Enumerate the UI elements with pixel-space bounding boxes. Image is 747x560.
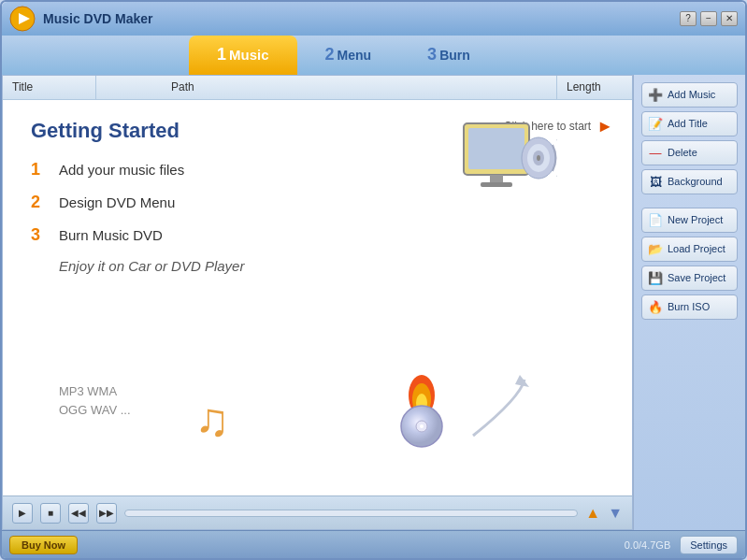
tab-music-label: Music — [229, 47, 269, 63]
load-project-icon: 📂 — [648, 242, 663, 256]
add-music-button[interactable]: ➕ Add Music — [641, 82, 738, 108]
tab-burn-label: Burn — [439, 48, 470, 63]
new-project-button[interactable]: 📄 New Project — [641, 208, 738, 233]
main-container: Title Path Length Click here to start ► … — [2, 75, 745, 530]
content-area: Title Path Length Click here to start ► … — [2, 75, 633, 530]
formats-line2: OGG WAV ... — [59, 401, 131, 421]
stop-button[interactable]: ■ — [40, 503, 61, 524]
curve-arrow-illustration — [464, 370, 539, 449]
load-project-button[interactable]: 📂 Load Project — [641, 237, 738, 262]
add-title-icon: 📝 — [648, 117, 663, 131]
formats-text: MP3 WMA OGG WAV ... — [59, 382, 131, 422]
svg-point-9 — [537, 155, 540, 161]
background-button[interactable]: 🖼 Background — [641, 169, 738, 194]
svg-rect-4 — [490, 175, 503, 182]
progress-bar[interactable] — [124, 510, 578, 517]
close-button[interactable]: ✕ — [721, 11, 738, 26]
title-bar: Music DVD Maker ? − ✕ — [2, 2, 745, 36]
forward-button[interactable]: ▶▶ — [96, 503, 117, 524]
tab-menu-label: Menu — [338, 48, 372, 63]
step-tabs: 1 Music 2 Menu 3 Burn — [2, 36, 745, 75]
tab-burn[interactable]: 3 Burn — [399, 36, 498, 75]
buy-now-button[interactable]: Buy Now — [9, 536, 78, 554]
svg-rect-3 — [468, 128, 524, 169]
player-bar: ▶ ■ ◀◀ ▶▶ ▲ ▼ — [3, 495, 632, 529]
vol-up-icon[interactable]: ▲ — [585, 505, 600, 522]
click-arrow-icon: ► — [596, 117, 613, 136]
new-project-label: New Project — [668, 214, 723, 225]
app-logo — [9, 6, 36, 32]
minimize-button[interactable]: − — [700, 11, 717, 26]
svg-point-16 — [420, 424, 424, 428]
step-3: 3 Burn Music DVD — [31, 225, 604, 245]
add-title-button[interactable]: 📝 Add Title — [641, 111, 738, 136]
add-music-label: Add Music — [668, 89, 715, 100]
tab-music-num: 1 — [217, 45, 226, 65]
sidebar: ➕ Add Music 📝 Add Title — Delete 🖼 Backg… — [633, 75, 745, 530]
delete-button[interactable]: — Delete — [641, 140, 738, 165]
getting-started-panel: Click here to start ► Getting Started 1 … — [3, 100, 632, 495]
col-length-header: Length — [557, 76, 632, 99]
step-2-text: Design DVD Menu — [59, 194, 175, 210]
tv-illustration — [454, 119, 557, 207]
svg-text:♫: ♫ — [194, 394, 230, 445]
burn-iso-label: Burn ISO — [668, 301, 710, 312]
window-controls: ? − ✕ — [680, 11, 738, 26]
svg-marker-17 — [515, 375, 529, 387]
step-3-text: Burn Music DVD — [59, 227, 163, 243]
step-1-text: Add your music files — [59, 162, 184, 178]
settings-button[interactable]: Settings — [680, 536, 738, 554]
status-bar: Buy Now 0.0/4.7GB Settings — [2, 530, 745, 558]
tab-menu-num: 2 — [325, 45, 335, 65]
formats-line1: MP3 WMA — [59, 382, 131, 402]
app-window: Music DVD Maker ? − ✕ 1 Music 2 Menu 3 B… — [0, 0, 747, 560]
music-note-illustration: ♫ — [190, 389, 246, 449]
svg-rect-5 — [481, 182, 512, 187]
enjoy-text: Enjoy it on Car or DVD Player — [59, 258, 604, 274]
load-project-label: Load Project — [668, 243, 725, 254]
play-button[interactable]: ▶ — [12, 503, 33, 524]
background-icon: 🖼 — [648, 175, 663, 189]
burn-iso-button[interactable]: 🔥 Burn ISO — [641, 294, 738, 320]
save-project-label: Save Project — [668, 272, 725, 283]
help-button[interactable]: ? — [680, 11, 697, 26]
add-title-label: Add Title — [668, 118, 708, 129]
disk-space-info: 0.0/4.7GB — [625, 539, 671, 551]
tab-music[interactable]: 1 Music — [189, 36, 297, 75]
col-path-header: Path — [96, 76, 557, 99]
app-title: Music DVD Maker — [43, 11, 680, 26]
background-label: Background — [668, 176, 723, 187]
step-1-num: 1 — [31, 160, 50, 179]
step-3-num: 3 — [31, 225, 50, 245]
save-project-icon: 💾 — [648, 271, 663, 285]
save-project-button[interactable]: 💾 Save Project — [641, 266, 738, 291]
sidebar-separator-1 — [641, 198, 738, 204]
vol-down-icon[interactable]: ▼ — [608, 505, 623, 522]
delete-icon: — — [648, 146, 663, 160]
table-header: Title Path Length — [3, 76, 632, 100]
step-2-num: 2 — [31, 193, 50, 212]
tab-burn-num: 3 — [427, 45, 437, 65]
new-project-icon: 📄 — [648, 213, 663, 227]
tab-menu[interactable]: 2 Menu — [297, 36, 400, 75]
burn-iso-icon: 🔥 — [648, 300, 663, 314]
cd-flame-illustration — [389, 375, 454, 453]
add-music-icon: ➕ — [648, 88, 663, 102]
delete-label: Delete — [668, 147, 697, 158]
rewind-button[interactable]: ◀◀ — [68, 503, 89, 524]
col-title-header: Title — [3, 76, 96, 99]
